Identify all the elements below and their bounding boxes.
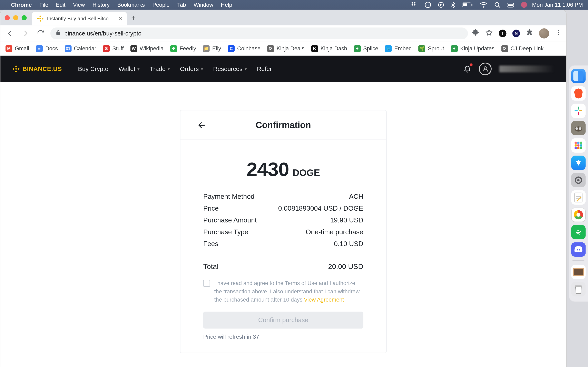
bluetooth-icon[interactable] <box>451 1 455 8</box>
window-close-button[interactable] <box>5 15 10 20</box>
back-button[interactable] <box>197 120 207 130</box>
menu-help[interactable]: Help <box>221 2 232 8</box>
total-row: Total 20.00 USD <box>203 261 363 273</box>
dock-appstore[interactable] <box>571 156 586 170</box>
tab-strip: Instantly Buy and Sell Bitcoin, E ✕ + <box>0 10 566 25</box>
window-zoom-button[interactable] <box>22 15 27 20</box>
dock-trash[interactable] <box>571 282 586 296</box>
bookmark-item[interactable]: WWikipedia <box>130 45 164 52</box>
extensions-menu-icon[interactable] <box>526 29 533 38</box>
grammarly-status-icon[interactable]: G <box>424 2 431 8</box>
menu-people[interactable]: People <box>152 2 169 8</box>
address-bar[interactable]: binance.us/en/buy-sell-crypto <box>51 27 468 39</box>
total-value: 20.00 USD <box>328 263 363 271</box>
svg-rect-38 <box>574 147 576 149</box>
bookmark-label: Kinja Updates <box>460 45 494 52</box>
nav-reload-button[interactable] <box>35 28 46 39</box>
notifications-button[interactable] <box>463 64 471 74</box>
bookmark-item[interactable]: +Kinja Updates <box>451 45 494 52</box>
nav-back-button[interactable] <box>5 28 16 39</box>
dock-textedit[interactable] <box>571 190 586 205</box>
dock-chrome[interactable] <box>571 208 586 222</box>
detail-row: Fees0.10 USD <box>203 238 363 250</box>
menu-bookmarks[interactable]: Bookmarks <box>117 2 145 8</box>
bookmark-star-icon[interactable] <box>485 29 493 38</box>
svg-rect-14 <box>42 18 43 20</box>
bookmark-item[interactable]: 🌱Sprout <box>419 45 444 52</box>
wifi-icon[interactable] <box>480 2 487 8</box>
dock-launchpad[interactable] <box>571 138 586 153</box>
bookmark-icon: ⟳ <box>267 45 274 52</box>
agree-checkbox[interactable] <box>203 280 210 287</box>
nav-link[interactable]: Resources▾ <box>213 66 247 72</box>
dock-recent[interactable] <box>571 265 586 279</box>
svg-rect-23 <box>15 68 17 70</box>
dock-discord[interactable] <box>571 242 586 257</box>
mac-menu-bar: Chrome File Edit View History Bookmarks … <box>0 0 588 10</box>
bookmark-item[interactable]: 🐦Embed <box>385 45 412 52</box>
bookmark-item[interactable]: SStuff <box>103 45 124 52</box>
menu-app-name[interactable]: Chrome <box>11 2 32 8</box>
media-status-icon[interactable] <box>438 2 444 8</box>
bookmark-item[interactable]: CCoinbase <box>228 45 260 52</box>
confirmation-card: Confirmation 2430 DOGE Payment MethodACH… <box>180 110 387 353</box>
dock-gimp[interactable] <box>571 121 586 135</box>
bookmark-item[interactable]: KKinja Dash <box>311 45 347 52</box>
menu-clock[interactable]: Mon Jan 11 1:06 PM <box>532 2 583 8</box>
bookmark-label: Feedly <box>180 45 196 52</box>
total-label: Total <box>203 263 219 271</box>
detail-row: Price0.0081893004 USD / DOGE <box>203 202 363 214</box>
bookmark-item[interactable]: ⟳CJ Deep Link <box>501 45 544 52</box>
dock-spotify[interactable] <box>571 225 586 239</box>
window-minimize-button[interactable] <box>13 15 18 20</box>
nav-link[interactable]: Orders▾ <box>180 66 203 72</box>
battery-icon[interactable] <box>462 2 473 8</box>
bookmark-item[interactable]: ≡Docs <box>36 45 58 52</box>
profile-avatar[interactable] <box>539 28 549 38</box>
nav-link[interactable]: Wallet▾ <box>119 66 140 72</box>
svg-rect-27 <box>578 107 579 110</box>
ext-badge-t[interactable]: T <box>499 29 506 37</box>
refresh-seconds: 37 <box>253 333 259 340</box>
menu-edit[interactable]: Edit <box>56 2 65 8</box>
menu-history[interactable]: History <box>93 2 110 8</box>
bookmark-item[interactable]: 31Calendar <box>65 45 96 52</box>
menu-window[interactable]: Window <box>194 2 213 8</box>
bookmark-item[interactable]: +Splice <box>354 45 378 52</box>
dropbox-status-icon[interactable] <box>411 1 418 8</box>
bookmark-item[interactable]: ⟳Kinja Deals <box>267 45 304 52</box>
dock-settings[interactable] <box>571 173 586 187</box>
ext-badge-n[interactable]: N <box>512 29 520 37</box>
user-status-icon[interactable] <box>521 2 527 8</box>
dock-slack[interactable] <box>571 104 586 118</box>
extensions-icon[interactable] <box>472 29 479 38</box>
menu-file[interactable]: File <box>39 2 48 8</box>
nav-link[interactable]: Trade▾ <box>150 66 170 72</box>
dock-finder[interactable] <box>571 69 586 83</box>
bookmark-icon: + <box>451 45 458 52</box>
chrome-menu-icon[interactable] <box>555 29 562 37</box>
spotlight-icon[interactable] <box>494 2 500 8</box>
detail-row: Payment MethodACH <box>203 191 363 202</box>
user-menu-button[interactable] <box>479 63 492 75</box>
nav-link[interactable]: Buy Crypto <box>78 66 108 72</box>
control-center-icon[interactable] <box>507 2 514 7</box>
tab-close-icon[interactable]: ✕ <box>118 16 123 22</box>
new-tab-button[interactable]: + <box>131 13 136 22</box>
svg-rect-51 <box>575 285 581 287</box>
dock-brave[interactable] <box>571 86 586 101</box>
browser-tab[interactable]: Instantly Buy and Sell Bitcoin, E ✕ <box>32 12 127 25</box>
menu-tab[interactable]: Tab <box>177 2 186 8</box>
confirm-purchase-button[interactable]: Confirm purchase <box>203 312 363 328</box>
nav-link[interactable]: Refer <box>257 66 272 72</box>
bookmark-item[interactable]: MGmail <box>6 45 29 52</box>
svg-point-24 <box>484 67 486 69</box>
bookmark-item[interactable]: ❖Feedly <box>170 45 196 52</box>
svg-rect-19 <box>15 65 17 67</box>
brand-logo[interactable]: BINANCE.US <box>12 65 62 73</box>
menu-view[interactable]: View <box>73 2 85 8</box>
bookmark-icon: C <box>228 45 234 52</box>
bookmark-item[interactable]: 📁Elly <box>203 45 221 52</box>
view-agreement-link[interactable]: View Agreement <box>304 296 344 303</box>
nav-forward-button[interactable] <box>20 28 31 39</box>
